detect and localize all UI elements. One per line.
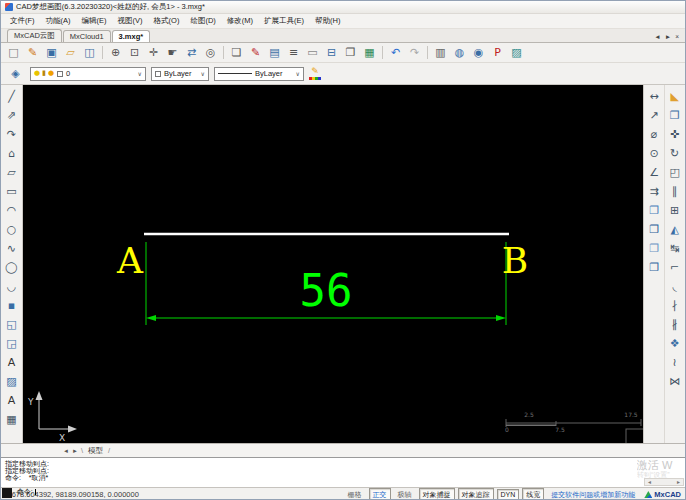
draworder-below-icon[interactable]: ❐: [645, 258, 663, 277]
menu-draw[interactable]: 绘图(D): [190, 16, 215, 26]
import-file-icon[interactable]: ◫: [80, 44, 99, 61]
print-icon[interactable]: ▥: [431, 44, 450, 61]
zoom-extents-icon[interactable]: ✛: [144, 44, 163, 61]
draworder-above-icon[interactable]: ❐: [645, 239, 663, 258]
rotate-icon[interactable]: ↻: [666, 144, 684, 163]
web-preview-icon[interactable]: ◍: [450, 44, 469, 61]
dimension-entity[interactable]: 56: [146, 242, 506, 325]
dim-aligned-icon[interactable]: ↗: [645, 106, 663, 125]
toggle-osnap[interactable]: 对象捕捉: [419, 488, 455, 500]
construction-line-icon[interactable]: ⇗: [2, 106, 21, 125]
dim-continue-icon[interactable]: ⇉: [645, 182, 663, 201]
stretch-icon[interactable]: ↹: [666, 239, 684, 258]
new-file-icon[interactable]: □: [4, 44, 23, 61]
zoom-window-icon[interactable]: ⊡: [125, 44, 144, 61]
ellipse-arc-icon[interactable]: ◡: [2, 277, 21, 296]
dim-radius-icon[interactable]: ⊙: [645, 144, 663, 163]
explode-icon[interactable]: ❖: [666, 334, 684, 353]
mirror-icon[interactable]: ◭: [666, 220, 684, 239]
tab-close-icon[interactable]: ×: [675, 33, 679, 40]
command-scrollbar[interactable]: ◄ ►: [644, 478, 684, 486]
drawing-canvas[interactable]: 56 A B 2.5 17.5 0 7.5: [23, 85, 643, 443]
toggle-grid[interactable]: 栅格: [344, 488, 366, 500]
tab-3mxg[interactable]: 3.mxg*: [112, 30, 151, 42]
color-select[interactable]: ByLayer ∨: [151, 67, 209, 81]
polygon-icon[interactable]: ⌂: [2, 144, 21, 163]
break-at-point-icon[interactable]: ∤: [666, 296, 684, 315]
move-icon[interactable]: ✜: [666, 125, 684, 144]
open-edit-icon[interactable]: ✎: [23, 44, 42, 61]
toggle-lineweight[interactable]: 线宽: [522, 488, 544, 500]
menu-format[interactable]: 格式(O): [154, 16, 180, 26]
web-publish-icon[interactable]: ◉: [469, 44, 488, 61]
menu-file[interactable]: 文件(F): [10, 16, 35, 26]
tab-scroll-right-icon[interactable]: ►: [665, 33, 671, 40]
menu-ext-tools[interactable]: 扩展工具(E): [264, 16, 304, 26]
chamfer-icon[interactable]: ⌐: [666, 258, 684, 277]
pdf-export-icon[interactable]: P: [488, 44, 507, 61]
rectangle-icon[interactable]: ▭: [2, 182, 21, 201]
circle-icon[interactable]: ○: [2, 220, 21, 239]
command-window[interactable]: 指定移动到点:指定移动到点:命令: *取消* 命令: 激活 W 转到“设置” ◄…: [1, 457, 685, 487]
mtext-icon[interactable]: A: [2, 391, 21, 410]
scale-icon[interactable]: ◰: [666, 163, 684, 182]
line-tool-icon[interactable]: ╱: [2, 87, 21, 106]
zoom-in-icon[interactable]: ⊕: [106, 44, 125, 61]
feedback-link[interactable]: 提交软件问题或增加新功能: [551, 490, 635, 500]
layout-scroll-left-icon[interactable]: ◄: [63, 448, 69, 454]
polyline-icon[interactable]: ↷: [2, 125, 21, 144]
toggle-dyn[interactable]: DYN: [497, 489, 520, 500]
undo-icon[interactable]: ↶: [386, 44, 405, 61]
pencil-color-tool[interactable]: ✎: [309, 67, 321, 80]
linetype-manager-icon[interactable]: ≡: [284, 44, 303, 61]
block-manager-icon[interactable]: ▭: [303, 44, 322, 61]
layer-select[interactable]: ●▮● 0 ∨: [30, 67, 146, 81]
toggle-polar[interactable]: 极轴: [394, 488, 416, 500]
image-insert-icon[interactable]: ▨: [2, 372, 21, 391]
draworder-front-icon[interactable]: ❐: [645, 201, 663, 220]
redo-icon[interactable]: ↷: [405, 44, 424, 61]
save-icon[interactable]: ▣: [42, 44, 61, 61]
hatch-icon[interactable]: ▦: [2, 410, 21, 429]
zoom-dynamic-icon[interactable]: ⇄: [182, 44, 201, 61]
command-prompt[interactable]: 命令:: [5, 481, 685, 488]
closed-polyline-icon[interactable]: ▱: [2, 163, 21, 182]
tab-mxcad-cloud[interactable]: MxCAD云图: [7, 29, 62, 42]
quick-save-icon[interactable]: ▦: [360, 44, 379, 61]
dim-diameter-icon[interactable]: ⌀: [645, 125, 663, 144]
draworder-back-icon[interactable]: ❐: [645, 220, 663, 239]
dim-linear-icon[interactable]: ↔: [645, 87, 663, 106]
create-block-icon[interactable]: ◲: [2, 334, 21, 353]
ruler-sketch-entity[interactable]: 2.5 17.5 0 7.5: [505, 411, 643, 443]
open-folder-icon[interactable]: ▱: [61, 44, 80, 61]
copy-object-icon[interactable]: ❐: [666, 106, 684, 125]
point-label-b[interactable]: B: [502, 240, 528, 281]
menu-help[interactable]: 帮助(H): [315, 16, 340, 26]
linetype-select[interactable]: ByLayer ∨: [214, 67, 304, 81]
menu-function[interactable]: 功能(A): [46, 16, 71, 26]
pan-icon[interactable]: ☛: [163, 44, 182, 61]
insert-block-icon[interactable]: ◱: [2, 315, 21, 334]
screen-capture-icon[interactable]: ⊟: [322, 44, 341, 61]
text-icon[interactable]: A: [2, 353, 21, 372]
ellipse-icon[interactable]: ◯: [2, 258, 21, 277]
tab-model[interactable]: 模型: [86, 446, 105, 456]
copy-icon[interactable]: ❐: [341, 44, 360, 61]
toggle-otrack[interactable]: 对象追踪: [458, 488, 494, 500]
menu-edit[interactable]: 编辑(E): [82, 16, 107, 26]
menu-modify[interactable]: 修改(M): [227, 16, 253, 26]
layers-icon[interactable]: ◈: [6, 65, 25, 82]
dim-angular-icon[interactable]: ∠: [645, 163, 663, 182]
toggle-ortho[interactable]: 正交: [369, 488, 391, 500]
join-icon[interactable]: ⋈: [666, 372, 684, 391]
arc-icon[interactable]: ◠: [2, 201, 21, 220]
point-icon[interactable]: ▪: [2, 296, 21, 315]
scroll-right-icon[interactable]: ►: [676, 479, 681, 486]
tab-scroll-left-icon[interactable]: ◄: [654, 33, 660, 40]
break-icon[interactable]: ∦: [666, 315, 684, 334]
draw-pen-icon[interactable]: ✎: [246, 44, 265, 61]
find-icon[interactable]: ❏: [227, 44, 246, 61]
tab-mxcloud1[interactable]: MxCloud1: [63, 30, 111, 42]
fillet-icon[interactable]: ◟: [666, 277, 684, 296]
scroll-left-icon[interactable]: ◄: [647, 479, 652, 486]
